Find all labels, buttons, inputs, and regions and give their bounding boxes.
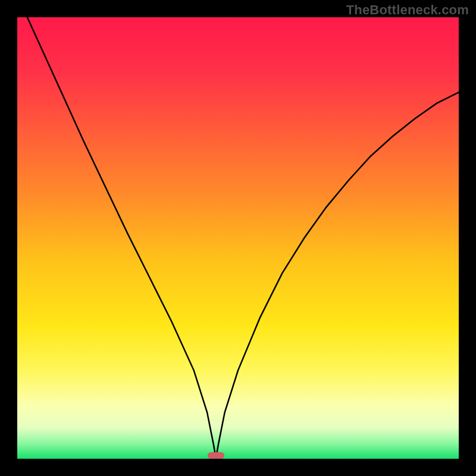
chart-svg (17, 17, 459, 459)
optimal-marker (208, 452, 224, 459)
chart-frame: TheBottleneck.com (0, 0, 476, 476)
plot-area (17, 17, 459, 459)
watermark-text: TheBottleneck.com (346, 2, 469, 18)
gradient-background (17, 17, 459, 459)
